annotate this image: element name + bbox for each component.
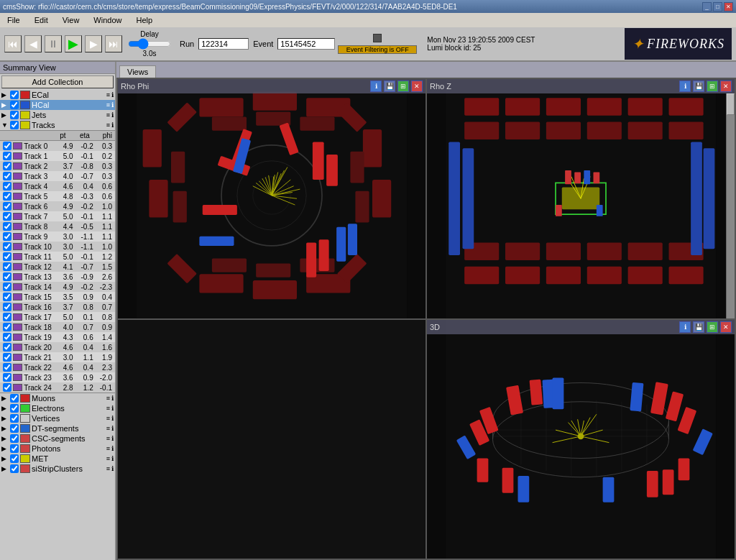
play-button[interactable]: ▶ (65, 35, 82, 52)
rho-z-expand-button[interactable]: ⊞ (707, 81, 718, 92)
collection-dt-segments[interactable]: ▶ DT-segments ≡ ℹ (0, 423, 115, 433)
track-row[interactable]: Track 6 4.9 -0.2 1.0 (0, 201, 115, 211)
track-checkbox[interactable] (3, 142, 12, 150)
run-input[interactable] (198, 38, 249, 50)
menu-window[interactable]: Window (89, 14, 126, 26)
track-checkbox[interactable] (3, 192, 12, 201)
jets-icon1[interactable]: ≡ (106, 111, 110, 119)
jets-icon2[interactable]: ℹ (111, 111, 114, 119)
track-row[interactable]: Track 20 4.6 0.4 1.6 (0, 342, 115, 352)
track-row[interactable]: Track 1 5.0 -0.1 0.2 (0, 151, 115, 161)
track-checkbox[interactable] (3, 333, 12, 341)
track-row[interactable]: Track 9 3.0 -1.1 1.1 (0, 231, 115, 242)
collection-muons[interactable]: ▶ Muons ≡ ℹ (0, 393, 115, 403)
maximize-button[interactable]: □ (713, 2, 722, 12)
filter-checkbox[interactable] (373, 34, 382, 42)
step-back-button[interactable]: ◀ (24, 35, 42, 52)
track-checkbox[interactable] (3, 323, 12, 331)
hcal-icon1[interactable]: ≡ (106, 101, 110, 109)
ecal-icon1[interactable]: ≡ (106, 91, 110, 98)
track-row[interactable]: Track 16 3.7 0.8 0.7 (0, 302, 115, 312)
track-checkbox[interactable] (3, 252, 12, 261)
coll-icon2[interactable]: ℹ (111, 435, 114, 442)
coll-icon1[interactable]: ≡ (106, 395, 110, 402)
track-row[interactable]: Track 0 4.9 -0.2 0.3 (0, 141, 115, 151)
coll-checkbox[interactable] (10, 404, 19, 413)
coll-checkbox[interactable] (10, 414, 19, 423)
delay-slider[interactable] (128, 38, 171, 50)
coll-icon1[interactable]: ≡ (106, 415, 110, 422)
coll-icon2[interactable]: ℹ (111, 445, 114, 452)
tracks-icon1[interactable]: ≡ (106, 121, 110, 129)
track-checkbox[interactable] (3, 172, 12, 180)
track-checkbox[interactable] (3, 182, 12, 191)
track-checkbox[interactable] (3, 222, 12, 231)
collection-electrons[interactable]: ▶ Electrons ≡ ℹ (0, 403, 115, 413)
coll-checkbox[interactable] (10, 434, 19, 443)
3d-close-button[interactable]: ✕ (720, 321, 732, 333)
track-checkbox[interactable] (3, 363, 12, 372)
coll-icon2[interactable]: ℹ (111, 465, 114, 472)
collection-sistripclusters[interactable]: ▶ siStripClusters ≡ ℹ (0, 464, 115, 474)
jets-checkbox[interactable] (10, 111, 19, 119)
menu-view[interactable]: View (58, 14, 84, 26)
coll-icon2[interactable]: ℹ (111, 405, 114, 412)
track-checkbox[interactable] (3, 242, 12, 251)
coll-checkbox[interactable] (10, 394, 19, 403)
rho-phi-info-button[interactable]: ℹ (370, 81, 382, 92)
track-row[interactable]: Track 18 4.0 0.7 0.9 (0, 322, 115, 332)
track-checkbox[interactable] (3, 152, 12, 160)
track-checkbox[interactable] (3, 293, 12, 301)
coll-icon1[interactable]: ≡ (106, 445, 110, 452)
coll-icon2[interactable]: ℹ (111, 425, 114, 432)
track-row[interactable]: Track 4 4.6 0.4 0.6 (0, 181, 115, 191)
track-row[interactable]: Track 23 3.6 0.9 -2.0 (0, 372, 115, 382)
collection-tracks[interactable]: ▼ Tracks ≡ ℹ (0, 120, 115, 130)
tracks-icon2[interactable]: ℹ (111, 121, 114, 129)
skip-forward-button[interactable]: ⏭ (105, 35, 122, 52)
ecal-icon2[interactable]: ℹ (111, 91, 114, 98)
track-row[interactable]: Track 2 3.7 -0.8 0.3 (0, 161, 115, 171)
track-checkbox[interactable] (3, 353, 12, 362)
track-row[interactable]: Track 10 3.0 -1.1 1.0 (0, 242, 115, 252)
minimize-button[interactable]: _ (702, 2, 712, 12)
track-checkbox[interactable] (3, 343, 12, 352)
track-row[interactable]: Track 21 3.0 1.1 1.9 (0, 352, 115, 362)
rho-z-info-button[interactable]: ℹ (679, 81, 691, 92)
hcal-icon2[interactable]: ℹ (111, 101, 114, 109)
track-checkbox[interactable] (3, 232, 12, 241)
track-row[interactable]: Track 17 5.0 0.1 0.8 (0, 312, 115, 322)
collection-hcal[interactable]: ▶ HCal ≡ ℹ (0, 100, 115, 110)
pause-button[interactable]: ⏸ (45, 35, 62, 52)
coll-icon2[interactable]: ℹ (111, 455, 114, 462)
rho-phi-save-button[interactable]: 💾 (384, 81, 395, 92)
track-checkbox[interactable] (3, 383, 12, 392)
track-row[interactable]: Track 11 5.0 -0.1 1.2 (0, 252, 115, 262)
tracks-checkbox[interactable] (10, 121, 19, 129)
track-row[interactable]: Track 7 5.0 -0.1 1.1 (0, 211, 115, 221)
track-row[interactable]: Track 13 3.6 -0.9 2.6 (0, 272, 115, 282)
coll-checkbox[interactable] (10, 424, 19, 433)
coll-icon1[interactable]: ≡ (106, 435, 110, 442)
track-checkbox[interactable] (3, 202, 12, 211)
close-button[interactable]: ✕ (724, 2, 733, 12)
rho-phi-expand-button[interactable]: ⊞ (397, 81, 409, 92)
rho-phi-close-button[interactable]: ✕ (411, 81, 423, 92)
track-row[interactable]: Track 22 4.6 0.4 2.3 (0, 362, 115, 372)
add-collection-button[interactable]: Add Collection (1, 75, 114, 88)
menu-file[interactable]: File (3, 14, 24, 26)
coll-icon1[interactable]: ≡ (106, 455, 110, 462)
track-row[interactable]: Track 24 2.8 1.2 -0.1 (0, 382, 115, 393)
track-row[interactable]: Track 8 4.4 -0.5 1.1 (0, 221, 115, 231)
collection-ecal[interactable]: ▶ ECal ≡ ℹ (0, 90, 115, 100)
track-row[interactable]: Track 19 4.3 0.6 1.4 (0, 332, 115, 342)
views-tab[interactable]: Views (119, 65, 156, 78)
3d-save-button[interactable]: 💾 (693, 321, 704, 333)
coll-icon2[interactable]: ℹ (111, 395, 114, 402)
hcal-checkbox[interactable] (10, 101, 19, 109)
track-row[interactable]: Track 5 4.8 -0.3 0.6 (0, 191, 115, 201)
track-checkbox[interactable] (3, 303, 12, 311)
coll-icon2[interactable]: ℹ (111, 415, 114, 422)
track-checkbox[interactable] (3, 373, 12, 382)
step-forward-button[interactable]: ▶ (85, 35, 102, 52)
